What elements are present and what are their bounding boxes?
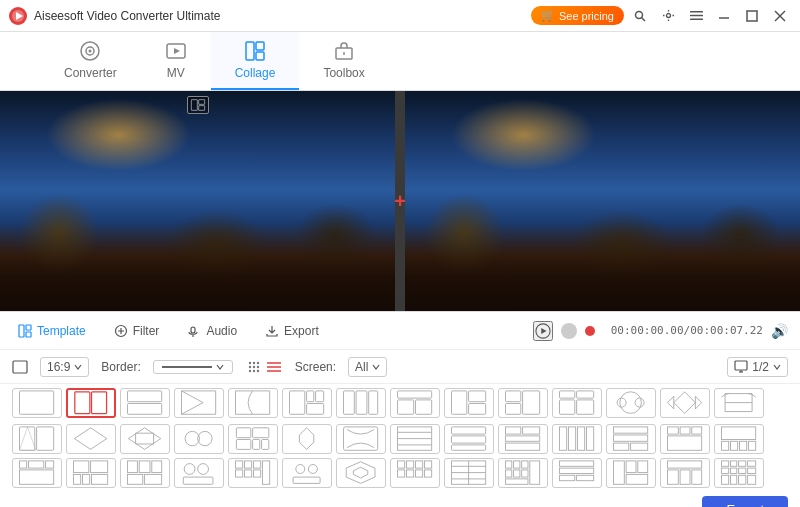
template-item[interactable] (336, 458, 386, 488)
svg-rect-26 (26, 325, 31, 330)
grid-lines-icon[interactable] (265, 358, 283, 376)
template-item[interactable] (390, 458, 440, 488)
pricing-button[interactable]: 🛒 See pricing (531, 6, 624, 25)
template-item[interactable] (282, 424, 332, 454)
template-item[interactable] (66, 388, 116, 418)
svg-rect-89 (253, 440, 260, 450)
template-item[interactable] (282, 388, 332, 418)
screen-select[interactable]: All (348, 357, 387, 377)
aspect-ratio-select[interactable]: 16:9 (40, 357, 89, 377)
svg-rect-164 (514, 461, 520, 468)
maximize-button[interactable] (740, 4, 764, 28)
svg-rect-86 (237, 428, 251, 438)
template-item[interactable] (174, 458, 224, 488)
template-item[interactable] (12, 458, 62, 488)
export-button[interactable]: Export (702, 496, 788, 507)
ctrl-tab-export[interactable]: Export (259, 321, 325, 341)
options-bar: 16:9 Border: Screen: All 1/2 (0, 350, 800, 384)
svg-rect-137 (184, 477, 214, 484)
template-item[interactable] (120, 458, 170, 488)
pricing-label: See pricing (559, 10, 614, 22)
svg-rect-191 (722, 476, 729, 485)
template-item[interactable] (552, 424, 602, 454)
template-item[interactable] (336, 388, 386, 418)
svg-rect-151 (407, 461, 414, 468)
panel-separator[interactable]: + (395, 91, 405, 311)
template-item[interactable] (552, 388, 602, 418)
template-item[interactable] (228, 424, 278, 454)
volume-icon[interactable]: 🔊 (771, 323, 788, 339)
svg-rect-79 (37, 427, 54, 450)
tab-mv[interactable]: MV (141, 32, 211, 90)
template-item[interactable] (66, 458, 116, 488)
border-style-select[interactable] (153, 360, 233, 374)
svg-rect-106 (578, 427, 585, 450)
template-item[interactable] (390, 424, 440, 454)
template-item[interactable] (12, 424, 62, 454)
template-item[interactable] (12, 388, 62, 418)
svg-rect-133 (128, 475, 143, 485)
template-item[interactable] (282, 458, 332, 488)
template-item[interactable] (498, 424, 548, 454)
svg-point-38 (249, 365, 251, 367)
svg-line-4 (642, 17, 646, 21)
left-video-panel (0, 91, 395, 311)
search-button[interactable] (628, 4, 652, 28)
menu-button[interactable] (684, 4, 708, 28)
template-item[interactable] (390, 388, 440, 418)
tab-collage[interactable]: Collage (211, 32, 300, 90)
template-item[interactable] (606, 458, 656, 488)
svg-rect-7 (690, 15, 703, 16)
stop-button[interactable] (561, 323, 577, 339)
grid-style-icons (245, 358, 283, 376)
template-item[interactable] (606, 424, 656, 454)
ctrl-tab-filter[interactable]: Filter (108, 321, 166, 341)
ctrl-tab-audio[interactable]: Audio (181, 321, 243, 341)
ctrl-tab-template[interactable]: Template (12, 321, 92, 341)
svg-point-41 (249, 369, 251, 371)
template-item[interactable] (714, 424, 764, 454)
template-item[interactable] (174, 388, 224, 418)
monitor-select[interactable]: 1/2 (727, 357, 788, 377)
template-item[interactable] (714, 458, 764, 488)
export-footer: Export (0, 490, 800, 507)
template-item[interactable] (606, 388, 656, 418)
template-item[interactable] (228, 458, 278, 488)
svg-point-136 (198, 464, 209, 475)
minimize-button[interactable] (712, 4, 736, 28)
template-item[interactable] (552, 458, 602, 488)
template-item[interactable] (498, 388, 548, 418)
template-item[interactable] (498, 458, 548, 488)
svg-rect-142 (245, 470, 252, 477)
settings-button[interactable] (656, 4, 680, 28)
template-item[interactable] (660, 388, 710, 418)
template-item[interactable] (660, 424, 710, 454)
svg-rect-87 (253, 428, 269, 438)
play-button[interactable] (533, 321, 553, 341)
title-bar: Aiseesoft Video Converter Ultimate 🛒 See… (0, 0, 800, 32)
tab-toolbox[interactable]: Toolbox (299, 32, 388, 90)
svg-rect-169 (522, 470, 528, 477)
svg-rect-6 (690, 11, 703, 13)
template-item[interactable] (228, 388, 278, 418)
template-item[interactable] (120, 424, 170, 454)
grid-dots-icon[interactable] (245, 358, 263, 376)
template-item[interactable] (174, 424, 224, 454)
template-item[interactable] (714, 388, 764, 418)
close-button[interactable] (768, 4, 792, 28)
tab-converter[interactable]: Converter (40, 32, 141, 90)
svg-rect-58 (307, 404, 324, 415)
left-video-bg (0, 91, 395, 311)
svg-rect-175 (614, 461, 625, 484)
template-item[interactable] (444, 458, 494, 488)
template-item[interactable] (66, 424, 116, 454)
template-item[interactable] (120, 388, 170, 418)
svg-rect-115 (668, 436, 702, 450)
svg-rect-192 (731, 476, 737, 485)
svg-point-36 (253, 361, 255, 363)
template-item[interactable] (660, 458, 710, 488)
template-item[interactable] (444, 388, 494, 418)
template-item[interactable] (336, 424, 386, 454)
template-item[interactable] (444, 424, 494, 454)
right-video-panel (405, 91, 800, 311)
